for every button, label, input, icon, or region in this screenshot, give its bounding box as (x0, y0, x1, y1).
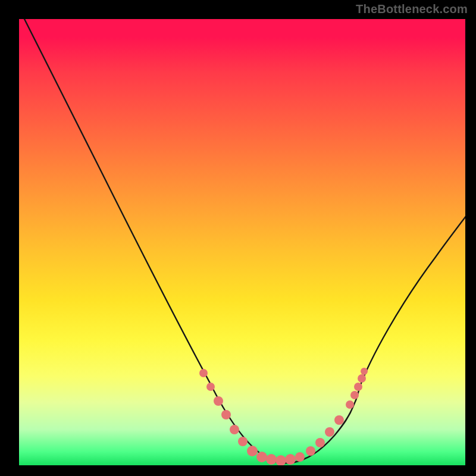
svg-point-9 (275, 455, 286, 465)
svg-point-1 (206, 383, 215, 391)
svg-point-11 (295, 452, 305, 462)
bottleneck-curve (21, 19, 465, 463)
svg-point-10 (285, 454, 296, 465)
svg-point-8 (266, 454, 277, 465)
svg-point-5 (238, 437, 248, 446)
svg-point-16 (346, 400, 354, 409)
svg-point-4 (230, 425, 239, 434)
svg-point-2 (214, 396, 223, 406)
plot-area (19, 19, 465, 465)
svg-point-0 (199, 369, 208, 377)
svg-point-3 (221, 410, 231, 419)
curve-layer (19, 19, 465, 465)
highlight-dots (199, 368, 368, 465)
svg-point-13 (315, 438, 325, 447)
svg-point-7 (256, 452, 267, 462)
svg-point-6 (247, 446, 258, 456)
chart-frame: TheBottleneck.com (0, 0, 476, 476)
svg-point-12 (306, 446, 315, 456)
svg-point-18 (354, 383, 362, 391)
svg-point-17 (350, 391, 359, 399)
svg-point-19 (358, 374, 366, 383)
watermark-text: TheBottleneck.com (356, 2, 468, 16)
svg-point-20 (361, 368, 368, 375)
svg-point-15 (334, 415, 344, 425)
svg-point-14 (325, 427, 334, 437)
